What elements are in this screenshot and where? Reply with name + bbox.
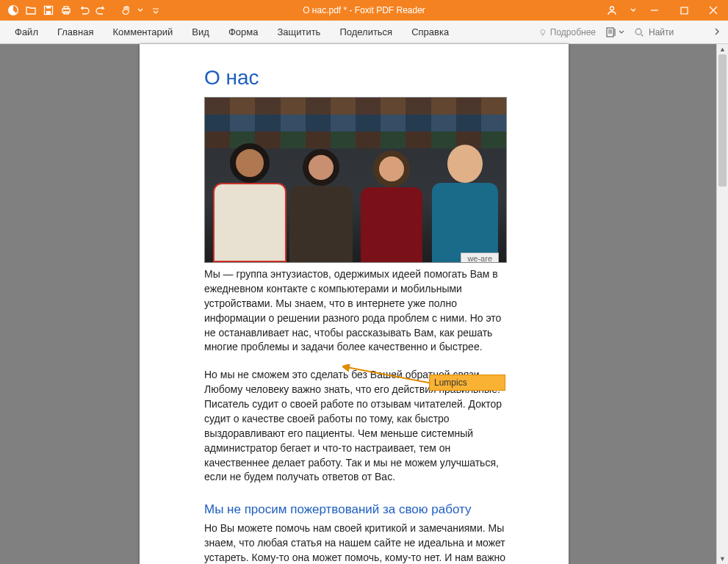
- svg-point-11: [635, 29, 641, 35]
- hero-image: we-are: [204, 97, 507, 263]
- annotation-label: Lumpics: [434, 377, 467, 388]
- bulb-icon: [538, 27, 547, 37]
- menu-home[interactable]: Главная: [48, 23, 102, 41]
- open-file-icon[interactable]: [24, 3, 38, 18]
- scroll-down-icon[interactable]: ▼: [717, 554, 728, 564]
- pdf-page: О нас we-are Мы — группа энтузиастов, од…: [140, 44, 569, 564]
- svg-rect-10: [607, 28, 613, 37]
- vertical-scrollbar[interactable]: ▲ ▼: [716, 44, 728, 564]
- tell-me-placeholder: Подробнее: [550, 27, 596, 37]
- menubar-overflow-icon[interactable]: [712, 26, 722, 37]
- undo-icon[interactable]: [76, 3, 91, 18]
- doc-paragraph-3: Но Вы можете помочь нам своей критикой и…: [204, 521, 507, 564]
- save-icon[interactable]: [41, 3, 56, 18]
- svg-point-7: [610, 7, 614, 10]
- menu-view[interactable]: Вид: [183, 23, 218, 41]
- window-controls: [597, 0, 728, 21]
- user-account-icon[interactable]: [597, 0, 627, 21]
- menu-share[interactable]: Поделиться: [331, 23, 401, 41]
- find-input[interactable]: [649, 27, 700, 37]
- app-logo-icon: [6, 3, 21, 18]
- close-button[interactable]: [699, 0, 728, 21]
- minimize-button[interactable]: [640, 0, 669, 21]
- maximize-button[interactable]: [669, 0, 699, 21]
- doc-heading: О нас: [204, 66, 507, 90]
- hand-tool-icon[interactable]: [119, 3, 134, 18]
- image-alt-tag: we-are: [461, 253, 499, 263]
- menu-form[interactable]: Форма: [220, 23, 267, 41]
- qat-customize-icon[interactable]: [151, 3, 160, 18]
- svg-rect-8: [681, 7, 688, 14]
- reading-mode-toggle[interactable]: [602, 25, 628, 40]
- doc-paragraph-1: Мы — группа энтузиастов, одержимых идеей…: [204, 267, 507, 355]
- print-icon[interactable]: [59, 3, 73, 18]
- annotation-callout[interactable]: Lumpics: [429, 375, 505, 391]
- svg-rect-3: [46, 11, 51, 14]
- doc-subheading: Мы не просим пожертвований за свою работ…: [204, 502, 507, 517]
- page-mode-icon: [605, 27, 617, 37]
- find-box[interactable]: [630, 26, 710, 39]
- redo-icon[interactable]: [94, 3, 109, 18]
- window-title: О нас.pdf * - Foxit PDF Reader: [303, 5, 425, 15]
- svg-rect-2: [46, 7, 51, 9]
- svg-rect-5: [64, 7, 68, 9]
- options-dropdown-icon[interactable]: [627, 0, 640, 21]
- ribbon-tabs: Файл Главная Комментарий Вид Форма Защит…: [0, 21, 728, 44]
- svg-point-9: [541, 29, 545, 34]
- menu-file[interactable]: Файл: [6, 23, 47, 41]
- chevron-down-icon: [619, 29, 624, 35]
- scroll-up-icon[interactable]: ▲: [717, 44, 728, 54]
- title-bar: О нас.pdf * - Foxit PDF Reader: [0, 0, 728, 21]
- document-viewport[interactable]: О нас we-are Мы — группа энтузиастов, од…: [0, 44, 728, 564]
- menu-protect[interactable]: Защитить: [268, 23, 329, 41]
- menu-comment[interactable]: Комментарий: [104, 23, 181, 41]
- scroll-thumb[interactable]: [718, 54, 727, 187]
- hand-tool-dropdown-icon[interactable]: [137, 3, 144, 18]
- tell-me-search[interactable]: Подробнее: [534, 27, 600, 37]
- search-icon: [634, 27, 644, 37]
- menu-help[interactable]: Справка: [403, 23, 458, 41]
- quick-access-toolbar: [0, 3, 160, 18]
